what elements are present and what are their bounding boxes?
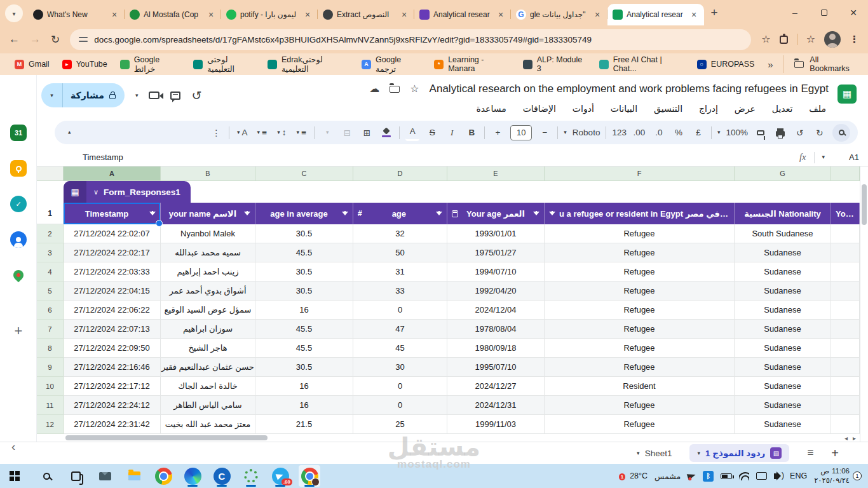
name-box[interactable]: A1 <box>849 152 859 162</box>
text-rotation-icon[interactable]: ▾A <box>235 125 249 141</box>
menus-search-icon[interactable] <box>832 124 850 142</box>
percent-icon[interactable]: % <box>672 125 686 141</box>
print-icon[interactable] <box>773 125 787 141</box>
cell[interactable]: هاجر الشيخ <box>161 339 255 358</box>
name-box-dropdown-icon[interactable]: ▾ <box>822 154 825 160</box>
cell[interactable]: Sudanese <box>735 301 831 320</box>
share-button[interactable]: ▾ مشاركة <box>41 83 125 107</box>
decrease-decimal-icon[interactable]: .0 <box>652 125 666 141</box>
cell[interactable]: Refugee <box>545 358 735 377</box>
filter-icon[interactable] <box>436 212 442 215</box>
row-number[interactable]: 4 <box>37 262 64 281</box>
cell[interactable] <box>831 301 860 320</box>
bookmark-item[interactable]: ▸YouTube <box>57 57 113 72</box>
calendar-icon[interactable]: 31 <box>10 125 27 141</box>
move-to-folder-icon[interactable] <box>390 86 400 93</box>
site-info-icon[interactable] <box>79 36 88 43</box>
text-color-icon[interactable]: A <box>405 125 419 141</box>
cell[interactable]: 2024/12/31 <box>447 396 545 415</box>
cell[interactable] <box>831 415 860 434</box>
sheet-tab-sheet1[interactable]: ▾Sheet1 <box>637 449 672 458</box>
cell[interactable]: 27/12/2024 22:02:07 <box>64 224 161 243</box>
filter-icon[interactable] <box>149 212 156 215</box>
column-header-D[interactable]: D <box>353 166 447 181</box>
hscroll-thumb[interactable] <box>65 435 268 440</box>
scroll-left-icon[interactable]: ◂ <box>844 435 848 442</box>
task-view-taskbar-icon[interactable] <box>65 465 86 487</box>
cell[interactable] <box>831 377 860 396</box>
cell[interactable]: Sudanese <box>735 377 831 396</box>
sheets-logo-icon[interactable]: ▦ <box>837 85 857 104</box>
cell[interactable]: 16 <box>255 301 353 320</box>
cell[interactable]: سمؤل عوض السيد الوقيع <box>161 301 255 320</box>
bookmark-item[interactable]: AGoogle ترجمة <box>356 53 427 76</box>
c-app-taskbar-icon[interactable]: C <box>211 465 233 487</box>
cell[interactable] <box>831 243 860 262</box>
cell[interactable]: 30.5 <box>255 281 353 301</box>
add-sheet-icon[interactable]: + <box>831 446 839 461</box>
undo-icon[interactable]: ↺ <box>793 125 807 141</box>
all-sheets-icon[interactable]: ≡ <box>807 447 813 459</box>
number-format-icon[interactable]: 123 <box>612 125 627 141</box>
cell[interactable]: Resident <box>545 377 735 396</box>
comment-icon[interactable] <box>170 92 180 100</box>
cell[interactable]: 27/12/2024 22:31:42 <box>64 415 161 434</box>
back-icon[interactable]: ← <box>9 33 20 46</box>
wifi-icon[interactable] <box>739 472 749 480</box>
menu-insert[interactable]: إدراج <box>693 102 724 116</box>
bookmark-item[interactable]: ALP: Module 3 <box>517 53 592 76</box>
extensions-icon[interactable] <box>780 36 788 44</box>
sheet-tab-form-responses[interactable]: ▾ردود النموذج 1▤ <box>689 444 789 462</box>
cell[interactable]: Refugee <box>545 301 735 320</box>
cell[interactable]: Refugee <box>545 396 735 415</box>
cell[interactable]: حسن عثمان عبدالنعيم فقير <box>161 358 255 377</box>
increase-decimal-icon[interactable]: .00 <box>632 125 646 141</box>
close-icon[interactable]: × <box>109 10 119 20</box>
vscroll-thumb[interactable] <box>862 184 867 225</box>
strikethrough-icon[interactable]: S <box>425 125 439 141</box>
cell[interactable]: 0 <box>353 396 447 415</box>
loop-app-taskbar-icon[interactable] <box>240 465 262 487</box>
menu-file[interactable]: ملف <box>803 102 832 116</box>
cell[interactable]: Sudanese <box>735 415 831 434</box>
share-dropdown-icon[interactable]: ▾ <box>41 83 63 107</box>
zoom-value[interactable]: 100% <box>726 125 748 141</box>
maximize-button[interactable] <box>810 0 839 25</box>
menu-extensions[interactable]: الإضافات <box>517 102 562 116</box>
column-header-E[interactable]: E <box>447 166 545 181</box>
table-header-cell[interactable]: #age <box>353 203 447 224</box>
cell[interactable]: 2024/12/27 <box>447 377 545 396</box>
font-dropdown-icon[interactable]: ▾ <box>564 130 567 135</box>
browser-tab-spotify[interactable]: potify - ليمون بارا× <box>221 4 318 25</box>
italic-icon[interactable]: I <box>445 125 459 141</box>
close-window-button[interactable]: ✕ <box>839 0 868 25</box>
table-header-cell[interactable]: u a refugee or resident in Egypt ؟ن او م… <box>545 203 735 224</box>
search-taskbar-icon[interactable] <box>36 465 57 487</box>
table-header-cell[interactable]: Your g <box>831 203 860 224</box>
contacts-icon[interactable] <box>10 231 27 248</box>
column-header-C[interactable]: C <box>255 166 353 181</box>
cell[interactable]: Refugee <box>545 243 735 262</box>
cell[interactable]: 27/12/2024 22:17:12 <box>64 377 161 396</box>
bookmark-item[interactable]: لوحتي التعليمية <box>187 52 261 76</box>
language-indicator[interactable]: ENG <box>790 471 807 480</box>
bookmark-item[interactable]: Edrakلوحتي التعليمية <box>262 52 355 76</box>
row-number[interactable]: 2 <box>37 224 64 243</box>
cell[interactable] <box>831 396 860 415</box>
cell[interactable]: 16 <box>255 377 353 396</box>
cell[interactable]: 0 <box>353 301 447 320</box>
chrome-taskbar-icon[interactable] <box>153 465 174 487</box>
cell[interactable]: 1975/01/27 <box>447 243 545 262</box>
table-header-cell[interactable]: age in average <box>255 203 353 224</box>
video-call-icon[interactable] <box>149 92 159 99</box>
filter-icon[interactable] <box>244 212 250 215</box>
select-all-corner[interactable] <box>37 166 64 181</box>
cell[interactable]: 27/12/2024 22:04:15 <box>64 281 161 301</box>
browser-profile-avatar[interactable] <box>824 31 841 48</box>
cell[interactable] <box>831 281 860 301</box>
table-chip[interactable]: ▦ ∨ Form_Responses1 <box>64 181 191 203</box>
cell[interactable]: Refugee <box>545 281 735 301</box>
cell[interactable]: Refugee <box>545 320 735 339</box>
cell[interactable]: 27/12/2024 22:03:33 <box>64 262 161 281</box>
get-addons-icon[interactable]: + <box>10 323 27 339</box>
